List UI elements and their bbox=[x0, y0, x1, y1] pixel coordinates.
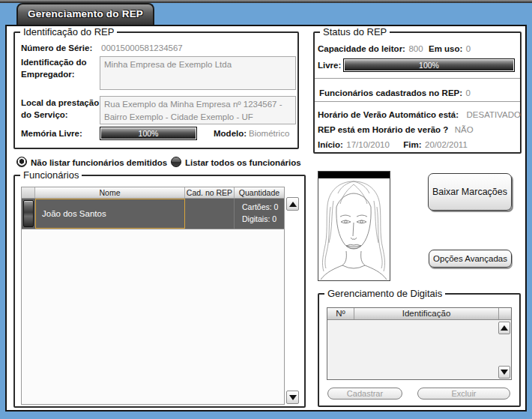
opcoes-avancadas-button[interactable]: Opções Avançadas bbox=[429, 250, 512, 268]
local-servico-label: Local da prestação do Serviço: bbox=[21, 97, 100, 121]
cadastrar-button[interactable]: Cadastrar bbox=[327, 388, 402, 400]
memoria-livre-label: Memória Livre: bbox=[21, 129, 82, 138]
employee-photo bbox=[318, 171, 390, 281]
row-selector-button[interactable] bbox=[23, 200, 34, 227]
cell-cad-no-rep[interactable] bbox=[185, 199, 235, 229]
radio-nao-listar-demitidos[interactable] bbox=[16, 157, 27, 167]
header-nome[interactable]: Nome bbox=[35, 187, 185, 198]
radio-nao-listar-demitidos-label: Não listar funcionários demitidos bbox=[31, 158, 167, 167]
verao-auto-field: Horário de Verão Automático está: DESATI… bbox=[318, 107, 521, 121]
photo-top-bar bbox=[318, 172, 390, 178]
arrow-up-icon bbox=[289, 202, 297, 207]
em-uso-label: Em uso: bbox=[429, 44, 462, 53]
inicio-label: Início: bbox=[318, 140, 343, 149]
fim-value: 20/02/2011 bbox=[425, 140, 468, 149]
table-row[interactable]: João dos Santos Cartões: 0 Digitais: 0 bbox=[22, 199, 284, 229]
livre-progress-value: 100% bbox=[345, 60, 513, 70]
groupbox-title: Identificação do REP bbox=[20, 26, 117, 37]
cell-nome[interactable]: João dos Santos bbox=[35, 199, 185, 229]
excluir-button[interactable]: Excluir bbox=[417, 388, 510, 400]
cell-quantidade[interactable]: Cartões: 0 Digitais: 0 bbox=[235, 199, 284, 229]
em-uso-value: 0 bbox=[466, 44, 471, 53]
header-identificacao[interactable]: Identificação bbox=[354, 308, 499, 319]
numero-serie-label: Número de Série: bbox=[21, 43, 92, 52]
inicio-value: 17/10/2010 bbox=[346, 140, 390, 149]
status-divider-2 bbox=[315, 101, 520, 102]
groupbox-title: Status do REP bbox=[320, 26, 390, 37]
header-row-selector bbox=[22, 187, 35, 198]
verao-rep-label: REP está em Horário de verão ? bbox=[318, 125, 448, 134]
funcionarios-table-header: Nome Cad. no REP Quantidade bbox=[22, 187, 284, 199]
funcionarios-scroll-down-button[interactable] bbox=[286, 391, 299, 404]
radio-listar-todos[interactable] bbox=[171, 157, 181, 167]
memoria-livre-progress-value: 100% bbox=[101, 128, 196, 139]
modelo-label: Modelo: bbox=[214, 129, 247, 138]
rep-management-window: Gerenciamento do REP Identificação do RE… bbox=[0, 0, 532, 419]
digitais-scroll-up-button[interactable] bbox=[498, 322, 510, 334]
capacidade-value: 800 bbox=[408, 44, 423, 53]
verao-rep-field: REP está em Horário de verão ? NÃO bbox=[318, 122, 474, 136]
livre-label: Livre: bbox=[318, 61, 341, 70]
row-selector-cell[interactable] bbox=[22, 199, 35, 229]
digitais-scroll-down-button[interactable] bbox=[498, 366, 510, 379]
groupbox-title: Funcionários bbox=[20, 169, 82, 181]
modelo-value: Biométrico bbox=[249, 129, 289, 138]
local-servico-field[interactable]: Rua Exemplo da Minha Empresa nº 1234567 … bbox=[100, 96, 296, 124]
capacidade-field: Capacidade do leitor: 800 bbox=[318, 41, 423, 55]
cadastrados-label: Funcionários cadastrados no REP: bbox=[319, 88, 462, 97]
digitais-table: Nº Identificação bbox=[327, 307, 512, 380]
baixar-marcacoes-button[interactable]: Baixar Marcações bbox=[428, 173, 512, 211]
cadastrados-field: Funcionários cadastrados no REP: 0 bbox=[319, 85, 471, 99]
tab-gerenciamento-do-rep[interactable]: Gerenciamento do REP bbox=[16, 3, 154, 25]
face-sketch-image bbox=[318, 178, 390, 280]
verao-auto-value: DESATIVADO bbox=[467, 110, 521, 119]
livre-progressbar: 100% bbox=[343, 58, 515, 72]
arrow-down-icon bbox=[289, 395, 297, 400]
funcionarios-scroll-up-button[interactable] bbox=[286, 197, 299, 211]
funcionarios-table: Nome Cad. no REP Quantidade João dos San… bbox=[21, 187, 285, 405]
header-cad-no-rep[interactable]: Cad. no REP bbox=[185, 187, 235, 198]
arrow-down-icon bbox=[501, 370, 508, 375]
verao-rep-value: NÃO bbox=[455, 125, 474, 134]
fim-label: Fim: bbox=[403, 140, 421, 149]
verao-auto-label: Horário de Verão Automático está: bbox=[318, 110, 459, 119]
periodo-verao-field: Início: 17/10/2010 Fim: 20/02/2011 bbox=[318, 137, 468, 151]
cadastrados-value: 0 bbox=[466, 88, 471, 97]
radio-listar-todos-label: Listar todos os funcionários bbox=[185, 158, 301, 167]
numero-serie-value: 00015000581234567 bbox=[101, 43, 183, 52]
cell-cartoes: Cartões: 0 bbox=[242, 202, 284, 214]
header-numero[interactable]: Nº bbox=[327, 308, 354, 319]
capacidade-label: Capacidade do leitor: bbox=[318, 44, 405, 53]
groupbox-title: Gerenciamento de Digitais bbox=[324, 288, 445, 299]
arrow-up-icon bbox=[501, 325, 508, 331]
empregador-label: Identificação do Empregador: bbox=[21, 57, 97, 80]
cell-digitais: Digitais: 0 bbox=[242, 214, 284, 226]
header-quantidade[interactable]: Quantidade bbox=[235, 187, 284, 198]
digitais-table-header: Nº Identificação bbox=[327, 308, 511, 320]
header-scroll-spacer bbox=[499, 308, 511, 319]
memoria-livre-progressbar: 100% bbox=[100, 127, 197, 140]
empregador-field[interactable]: Minha Empresa de Exemplo Ltda bbox=[100, 56, 296, 90]
status-divider-1 bbox=[315, 78, 520, 79]
em-uso-field: Em uso: 0 bbox=[429, 41, 471, 55]
